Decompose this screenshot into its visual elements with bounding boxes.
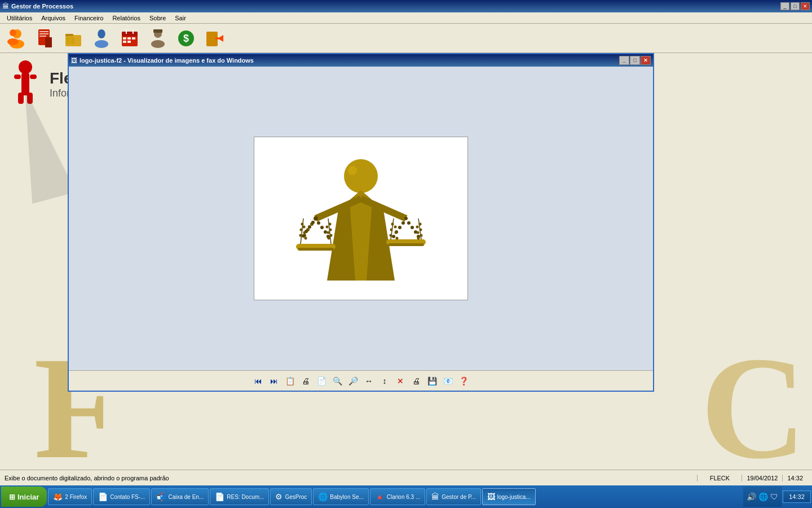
svg-point-90 — [390, 229, 393, 231]
taskbar-res[interactable]: 📄 RES: Docum... — [210, 488, 269, 505]
svg-point-99 — [417, 231, 420, 234]
svg-point-14 — [95, 40, 108, 48]
svg-point-51 — [311, 221, 315, 224]
toolbar-sair[interactable] — [202, 26, 227, 51]
svg-text:$: $ — [183, 33, 189, 44]
taskbar-gestor[interactable]: 🏛 Gestor de P... — [426, 488, 480, 505]
taskbar-firefox[interactable]: 🦊 2 Firefox — [48, 488, 92, 505]
svg-marker-8 — [45, 37, 52, 47]
svg-point-26 — [151, 40, 165, 48]
app-icon: 🏛 — [2, 2, 9, 10]
toolbar-arquivos[interactable] — [61, 26, 86, 51]
svg-point-41 — [348, 166, 357, 175]
svg-point-76 — [404, 217, 408, 220]
svg-point-67 — [329, 223, 332, 226]
taskbar: ⊞ Iniciar 🦊 2 Firefox 📄 Contato FS-... 📬… — [0, 485, 812, 508]
image-viewer-window: 🖼 logo-justica-f2 - Visualizador de imag… — [68, 53, 654, 392]
copy-button[interactable]: 📋 — [283, 374, 297, 388]
svg-rect-27 — [153, 29, 162, 33]
taskbar-clarion[interactable]: 🔺 Clarion 6.3 ... — [370, 488, 425, 505]
close-button[interactable]: ✕ — [801, 2, 810, 10]
toolbar-financeiro[interactable]: $ — [174, 26, 198, 51]
svg-point-33 — [19, 60, 32, 74]
viewer-close[interactable]: ✕ — [641, 56, 651, 65]
save-button[interactable]: 💾 — [425, 374, 439, 388]
svg-point-69 — [330, 234, 333, 237]
viewer-maximize[interactable]: □ — [630, 56, 640, 65]
svg-rect-21 — [123, 41, 126, 43]
svg-point-70 — [303, 226, 306, 229]
svg-rect-5 — [39, 31, 48, 32]
taskbar-gesproc[interactable]: ⚙ GesProc — [270, 488, 312, 505]
clarion-icon: 🔺 — [375, 492, 385, 501]
print-button[interactable]: 🖨 — [299, 374, 312, 388]
status-text: Exibe o documento digitalizado, abrindo … — [5, 475, 697, 481]
security-icon[interactable]: 🛡 — [770, 492, 778, 501]
toolbar-processos[interactable] — [33, 26, 58, 51]
svg-rect-12 — [71, 37, 74, 44]
toolbar-agenda[interactable] — [117, 26, 142, 51]
taskbar-caixa[interactable]: 📬 Caixa de En... — [151, 488, 209, 505]
svg-rect-61 — [298, 248, 334, 251]
svg-rect-18 — [123, 37, 126, 40]
firefox-icon: 🦊 — [53, 492, 63, 501]
menu-financeiro[interactable]: Financeiro — [70, 14, 108, 23]
svg-point-68 — [329, 229, 332, 231]
main-area: F C Flecksys Soluções Informática 🖼 logo… — [0, 53, 812, 470]
svg-point-3 — [7, 38, 19, 45]
zoom-out-button[interactable]: 🔎 — [346, 374, 360, 388]
taskbar-babylon[interactable]: 🌐 Babylon Se... — [313, 488, 368, 505]
svg-rect-20 — [132, 37, 135, 40]
volume-icon[interactable]: 🔊 — [747, 492, 756, 501]
next-page-button[interactable]: ⏭ — [267, 374, 281, 388]
menu-relatorios[interactable]: Relatórios — [108, 14, 145, 23]
toolbar-clientes[interactable] — [89, 26, 114, 51]
delete-button[interactable]: ✕ — [394, 374, 407, 388]
menu-bar: Utilitários Arquivos Financeiro Relatóri… — [0, 12, 812, 24]
save-copy-button[interactable]: 📄 — [315, 374, 328, 388]
status-user: FLECK — [697, 475, 742, 481]
svg-point-58 — [324, 230, 327, 234]
menu-arquivos[interactable]: Arquivos — [37, 14, 70, 23]
fit-height-button[interactable]: ↕ — [378, 374, 391, 388]
svg-rect-7 — [39, 36, 46, 37]
svg-point-71 — [303, 231, 306, 234]
taskbar-clock: 14:32 — [783, 491, 811, 503]
viewer-title-bar: 🖼 logo-justica-f2 - Visualizador de imag… — [69, 54, 653, 67]
first-page-button[interactable]: ⏮ — [251, 374, 265, 388]
maximize-button[interactable]: □ — [791, 2, 800, 10]
svg-point-65 — [300, 229, 303, 231]
start-button[interactable]: ⊞ Iniciar — [1, 487, 47, 507]
email-button[interactable]: 📧 — [441, 374, 454, 388]
taskbar-logo-justica[interactable]: 🖼 logo-justica... — [482, 488, 536, 505]
svg-point-89 — [391, 223, 394, 226]
status-bar: Exibe o documento digitalizado, abrindo … — [0, 470, 812, 485]
svg-point-73 — [326, 226, 329, 229]
network-icon[interactable]: 🌐 — [758, 492, 768, 501]
svg-point-93 — [420, 229, 422, 231]
svg-point-95 — [394, 226, 397, 229]
svg-rect-10 — [65, 34, 73, 36]
svg-point-92 — [419, 223, 422, 226]
contato-label: Contato FS-... — [110, 494, 145, 500]
help-button[interactable]: ❓ — [457, 374, 470, 388]
menu-sobre[interactable]: Sobre — [145, 14, 170, 23]
toolbar-advogados[interactable] — [145, 26, 170, 51]
minimize-button[interactable]: _ — [780, 2, 789, 10]
justice-scale-svg — [265, 145, 457, 292]
taskbar-contato[interactable]: 📄 Contato FS-... — [93, 488, 150, 505]
babylon-icon: 🌐 — [318, 492, 328, 501]
svg-point-97 — [396, 237, 399, 240]
toolbar-usuarios[interactable] — [5, 26, 29, 51]
zoom-in-button[interactable]: 🔍 — [330, 374, 344, 388]
system-tray: 🔊 🌐 🛡 — [743, 487, 782, 507]
menu-utilitarios[interactable]: Utilitários — [2, 14, 37, 23]
title-bar-buttons: _ □ ✕ — [780, 2, 810, 10]
menu-sair[interactable]: Sair — [170, 14, 191, 23]
fit-width-button[interactable]: ↔ — [362, 374, 376, 388]
viewer-title: logo-justica-f2 - Visualizador de imagen… — [80, 57, 619, 64]
print2-button[interactable]: 🖨 — [409, 374, 423, 388]
viewer-minimize[interactable]: _ — [619, 56, 629, 65]
svg-rect-6 — [39, 33, 48, 34]
svg-rect-15 — [98, 29, 105, 38]
